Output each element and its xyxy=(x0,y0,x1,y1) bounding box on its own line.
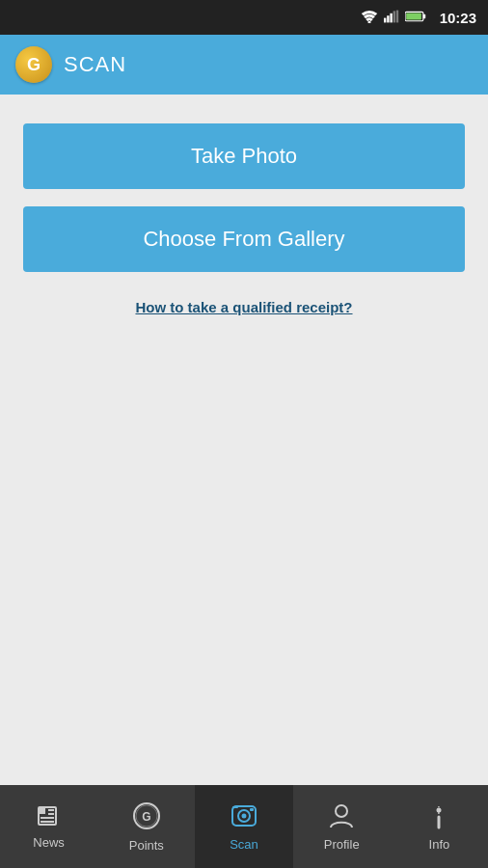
svg-rect-5 xyxy=(395,10,397,22)
main-content: Take Photo Choose From Gallery How to ta… xyxy=(0,95,488,785)
svg-rect-8 xyxy=(406,13,421,19)
bottom-nav: News G Points Scan xyxy=(0,785,488,868)
nav-label-profile: Profile xyxy=(324,837,360,852)
profile-icon xyxy=(329,802,354,833)
info-icon: i xyxy=(428,802,449,833)
nav-label-info: Info xyxy=(429,837,450,852)
nav-label-scan: Scan xyxy=(230,837,258,852)
svg-point-20 xyxy=(242,813,247,818)
app-bar: G SCAN xyxy=(0,35,488,95)
help-link[interactable]: How to take a qualified receipt? xyxy=(135,299,352,315)
app-title: SCAN xyxy=(64,52,126,77)
nav-label-news: News xyxy=(33,835,65,850)
svg-rect-22 xyxy=(232,806,238,808)
nav-label-points: Points xyxy=(129,838,164,853)
app-logo: G xyxy=(15,46,52,83)
svg-point-23 xyxy=(336,805,347,817)
svg-rect-21 xyxy=(250,808,254,811)
take-photo-button[interactable]: Take Photo xyxy=(23,123,465,189)
svg-point-0 xyxy=(367,20,370,23)
battery-icon xyxy=(405,11,426,25)
status-bar: 10:23 xyxy=(0,0,488,35)
svg-rect-4 xyxy=(393,11,394,22)
choose-gallery-button[interactable]: Choose From Gallery xyxy=(23,206,465,272)
svg-rect-3 xyxy=(390,13,392,22)
nav-item-info[interactable]: i Info xyxy=(391,785,488,868)
points-icon: G xyxy=(132,801,161,834)
signal-icon xyxy=(384,10,399,26)
nav-item-points[interactable]: G Points xyxy=(97,785,195,868)
news-icon xyxy=(37,804,62,831)
svg-text:G: G xyxy=(142,810,150,824)
svg-rect-7 xyxy=(422,14,424,18)
svg-rect-10 xyxy=(39,807,45,814)
nav-item-news[interactable]: News xyxy=(0,785,97,868)
nav-item-profile[interactable]: Profile xyxy=(293,785,391,868)
svg-rect-2 xyxy=(387,15,389,22)
svg-point-26 xyxy=(437,807,442,812)
wifi-icon xyxy=(361,10,378,26)
svg-rect-1 xyxy=(384,17,386,22)
status-time: 10:23 xyxy=(440,10,476,26)
scan-icon xyxy=(229,802,259,833)
nav-item-scan[interactable]: Scan xyxy=(195,785,292,868)
